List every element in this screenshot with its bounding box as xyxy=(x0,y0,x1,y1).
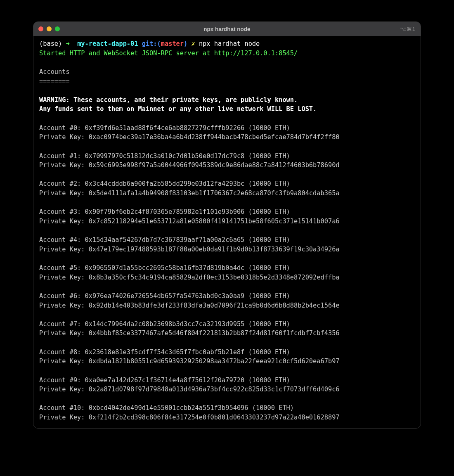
prompt-env: (base) xyxy=(39,40,62,47)
traffic-lights xyxy=(38,26,60,31)
minimize-icon[interactable] xyxy=(47,26,52,31)
prompt-branch: master xyxy=(161,40,184,47)
prompt-dirty-icon: ✗ xyxy=(191,40,195,47)
account-entry: Account #0: 0xf39fd6e51aad88f6f4ce6ab882… xyxy=(39,124,340,421)
warning-line-1: WARNING: These accounts, and their priva… xyxy=(39,96,298,104)
close-icon[interactable] xyxy=(38,26,43,31)
window-title: npx hardhat node xyxy=(33,26,421,32)
server-started-line: Started HTTP and WebSocket JSON-RPC serv… xyxy=(39,50,298,57)
maximize-icon[interactable] xyxy=(55,26,60,31)
accounts-heading: Accounts xyxy=(39,68,70,76)
warning-line-2: Any funds sent to them on Mainnet or any… xyxy=(39,105,317,113)
titlebar: npx hardhat node ⌥⌘1 xyxy=(33,22,421,36)
terminal-output[interactable]: (base) ➜ my-react-dapp-01 git:(master) ✗… xyxy=(33,36,421,428)
prompt-cwd: my-react-dapp-01 xyxy=(77,40,138,47)
prompt-arrow-icon: ➜ xyxy=(66,40,69,47)
accounts-divider: ======== xyxy=(39,78,70,85)
prompt-git-label: git: xyxy=(142,40,157,47)
accounts-list: Account #0: 0xf39fd6e51aad88f6f4ce6ab882… xyxy=(39,124,340,421)
prompt-open-paren: ( xyxy=(157,40,161,47)
tab-shortcut-indicator: ⌥⌘1 xyxy=(400,26,416,32)
prompt-close-paren: ) xyxy=(184,40,187,47)
terminal-window: npx hardhat node ⌥⌘1 (base) ➜ my-react-d… xyxy=(33,21,421,429)
prompt-command: npx hardhat node xyxy=(199,40,260,47)
